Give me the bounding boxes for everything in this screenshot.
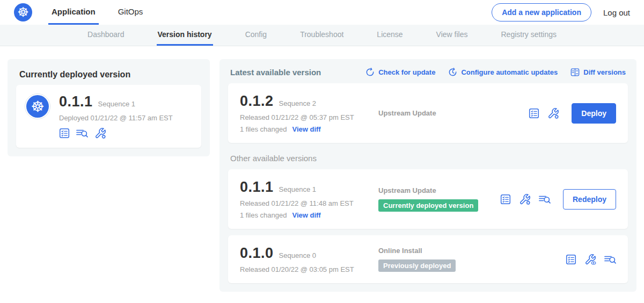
released-timestamp: Released 01/21/22 @ 11:48 am EST [240,199,378,207]
currently-deployed-title: Currently deployed version [16,68,201,85]
deploy-logs-icon[interactable] [539,193,551,205]
version-number: 0.1.1 [240,179,274,196]
released-timestamp: Released 01/21/22 @ 05:37 pm EST [240,113,378,121]
sequence-label: Sequence 0 [279,251,316,259]
logout-link[interactable]: Log out [603,8,630,17]
deployed-version-card: ☸ 0.1.1 Sequence 1 Deployed 01/21/22 @ 1… [16,85,201,148]
subnav-tab-dashboard[interactable]: Dashboard [86,25,126,46]
subnav-tab-license[interactable]: License [376,25,404,46]
top-bar: ☸ Application GitOps Add a new applicati… [0,0,644,25]
subnav-tab-view-files[interactable]: View files [435,25,469,46]
view-diff-link[interactable]: View diff [292,211,320,219]
files-changed-label: 1 files changed [240,125,287,133]
deployed-timestamp: Deployed 01/21/22 @ 11:57 am EST [59,114,173,122]
preflight-checks-icon[interactable] [529,108,539,119]
version-source-label: Upstream Update [378,109,436,117]
edit-config-icon[interactable] [94,127,106,139]
view-config-icon[interactable] [584,254,596,265]
sequence-label: Sequence 1 [279,185,316,193]
preflight-checks-icon[interactable] [500,194,511,205]
kubernetes-logo-icon: ☸ [14,3,32,21]
currently-deployed-badge: Currently deployed version [378,199,478,212]
version-source-label: Online Install [378,247,422,255]
redeploy-button[interactable]: Redeploy [563,189,616,210]
configure-automatic-updates-button[interactable]: Configure automatic updates [448,68,558,77]
deploy-button[interactable]: Deploy [572,103,616,124]
diff-versions-button[interactable]: Diff versions [570,68,626,77]
subnav-tab-troubleshoot[interactable]: Troubleshoot [299,25,345,46]
subnav-tab-config[interactable]: Config [244,25,268,46]
deploy-logs-icon[interactable] [76,127,88,139]
deployed-sequence-label: Sequence 1 [98,100,135,108]
version-number: 0.1.0 [240,245,274,262]
deployed-version-number: 0.1.1 [59,93,93,110]
preflight-checks-icon[interactable] [59,128,70,139]
other-versions-title: Other available versions [228,143,628,169]
diff-versions-icon [570,68,580,77]
version-source-label: Upstream Update [378,186,436,194]
refresh-icon [365,68,375,77]
view-diff-link[interactable]: View diff [292,125,320,133]
check-for-update-button[interactable]: Check for update [365,68,435,77]
preflight-checks-icon[interactable] [566,254,576,265]
subnav-tab-version-history[interactable]: Version history [157,25,213,46]
auto-update-icon [448,68,457,77]
version-number: 0.1.2 [240,93,274,110]
released-timestamp: Released 01/20/22 @ 03:05 pm EST [240,265,378,273]
files-changed-label: 1 files changed [240,211,287,219]
sequence-label: Sequence 2 [279,99,316,107]
tab-application[interactable]: Application [48,0,99,25]
deploy-logs-icon[interactable] [604,254,616,265]
version-row-0-1-1: 0.1.1 Sequence 1 Released 01/21/22 @ 11:… [228,169,628,229]
add-application-button[interactable]: Add a new application [492,3,591,21]
version-row-0-1-0: 0.1.0 Sequence 0 Released 01/20/22 @ 03:… [228,235,628,283]
edit-config-icon[interactable] [519,193,531,205]
version-history-panel: Latest available version Check for updat… [219,59,636,292]
previously-deployed-badge: Previously deployed [378,259,456,272]
latest-available-title: Latest available version [230,68,321,77]
currently-deployed-card: Currently deployed version ☸ 0.1.1 Seque… [8,59,210,156]
app-tabs: Application GitOps [48,0,146,25]
edit-config-icon[interactable] [547,107,559,119]
tab-gitops[interactable]: GitOps [115,0,147,25]
version-row-0-1-2: 0.1.2 Sequence 2 Released 01/21/22 @ 05:… [228,83,628,143]
app-logo-icon: ☸ [25,93,50,119]
app-subnav: Dashboard Version history Config Trouble… [0,25,644,46]
subnav-tab-registry-settings[interactable]: Registry settings [500,25,558,46]
